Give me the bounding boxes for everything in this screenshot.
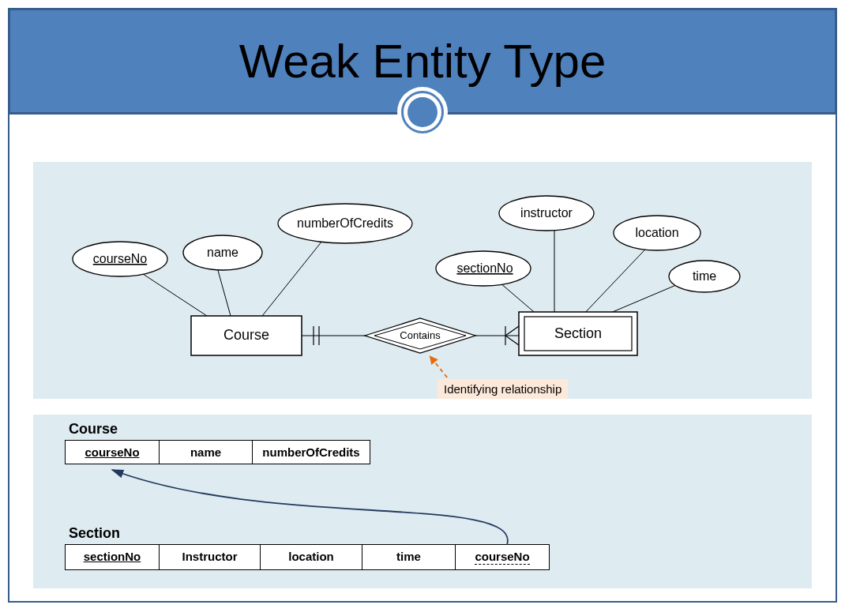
col-section-courseno-fk: courseNo	[455, 544, 550, 570]
relationship-label: Contains	[400, 329, 441, 341]
svg-line-2	[262, 237, 325, 316]
svg-line-17	[505, 326, 519, 336]
er-diagram-svg: Course Section Contains courseNo	[33, 162, 807, 399]
attr-credits: numberOfCredits	[297, 216, 393, 230]
annotation-identifying-relationship: Identifying relationship	[438, 379, 568, 399]
entity-course-label: Course	[223, 327, 269, 343]
title-banner: Weak Entity Type	[8, 8, 837, 115]
col-section-time: time	[362, 544, 456, 570]
col-section-sectionno: sectionNo	[65, 544, 160, 570]
col-course-name: name	[159, 440, 254, 464]
col-course-credits: numberOfCredits	[252, 440, 370, 464]
table-course: courseNo name numberOfCredits	[65, 440, 370, 464]
decorative-circle	[397, 87, 448, 137]
attr-instructor: instructor	[520, 206, 573, 220]
table-course-title: Course	[69, 421, 118, 438]
attr-sectionno: sectionNo	[456, 261, 513, 275]
er-diagram-panel: Course Section Contains courseNo	[33, 162, 812, 399]
svg-line-18	[505, 336, 519, 345]
attr-name: name	[207, 246, 238, 259]
col-section-location: location	[260, 544, 362, 570]
col-course-courseno: courseNo	[65, 440, 160, 464]
content-frame: Course Section Contains courseNo	[8, 113, 837, 603]
attr-location: location	[635, 226, 678, 239]
attr-time: time	[693, 269, 716, 283]
table-section: sectionNo Instructor location time cours…	[65, 544, 550, 570]
col-section-instructor: Instructor	[159, 544, 261, 570]
attr-courseno: courseNo	[93, 252, 148, 265]
relational-schema-panel: Course courseNo name numberOfCredits Sec…	[33, 415, 812, 588]
page-title: Weak Entity Type	[239, 34, 607, 88]
entity-section-label: Section	[554, 325, 602, 341]
table-section-title: Section	[69, 525, 120, 542]
